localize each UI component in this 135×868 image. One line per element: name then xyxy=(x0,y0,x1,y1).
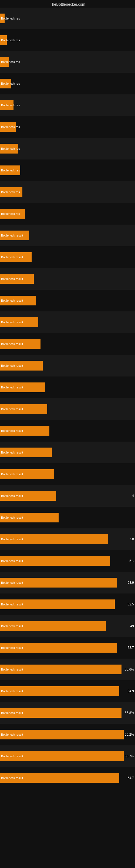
bar-row: Bottleneck result53.9 xyxy=(0,572,135,593)
bar-value: 53.7 xyxy=(128,646,134,650)
bar-label: Bottleneck result xyxy=(0,581,30,584)
bar-row: Bottleneck result xyxy=(0,225,135,246)
bar-label: Bottleneck result xyxy=(0,776,30,780)
bar-label: Bottleneck result xyxy=(0,386,30,389)
site-title: TheBottlenecker.com xyxy=(0,0,135,8)
bar-row: Bottleneck result xyxy=(0,290,135,311)
bar-row: Bottleneck res xyxy=(0,94,135,116)
bar-label: Bottleneck result xyxy=(0,516,30,519)
bar-value: 4 xyxy=(132,494,134,498)
bar-label: Bottleneck result xyxy=(0,277,30,280)
bar-label: Bottleneck result xyxy=(0,711,30,714)
bar-label: Bottleneck res xyxy=(0,125,30,129)
bar-label: Bottleneck res xyxy=(0,82,30,85)
bar-label: Bottleneck result xyxy=(0,364,30,367)
bar-label: Bottleneck result xyxy=(0,603,30,606)
bar-row: Bottleneck result52.5 xyxy=(0,593,135,615)
bar-row: Bottleneck result53.7 xyxy=(0,637,135,659)
bar-row: Bottleneck result4 xyxy=(0,485,135,507)
bar-value: 54.7 xyxy=(128,776,134,780)
bar-row: Bottleneck res xyxy=(0,8,135,29)
bar-label: Bottleneck result xyxy=(0,234,30,237)
bar-row: Bottleneck result54.9 xyxy=(0,680,135,702)
bar-label: Bottleneck result xyxy=(0,451,30,454)
bar-row: Bottleneck result xyxy=(0,420,135,442)
bar-row: Bottleneck result xyxy=(0,355,135,376)
bar-row: Bottleneck result xyxy=(0,398,135,420)
bar-row: Bottleneck res xyxy=(0,29,135,51)
bar-row: Bottleneck result55.8% xyxy=(0,702,135,724)
bar-value: 50 xyxy=(130,537,134,541)
bar-label: Bottleneck result xyxy=(0,321,30,324)
bar-row: Bottleneck result xyxy=(0,311,135,333)
bar-label: Bottleneck result xyxy=(0,299,30,302)
bar-row: Bottleneck result xyxy=(0,376,135,398)
bar-row: Bottleneck res xyxy=(0,116,135,138)
bar-label: Bottleneck result xyxy=(0,429,30,432)
bar-row: Bottleneck res xyxy=(0,51,135,73)
bar-value: 49 xyxy=(130,624,134,628)
bar-row: Bottleneck result xyxy=(0,463,135,485)
bar-label: Bottleneck result xyxy=(0,668,30,671)
bar-value: 55.8% xyxy=(125,711,134,715)
bar-row: Bottleneck result50 xyxy=(0,528,135,550)
bar-label: Bottleneck result xyxy=(0,342,30,346)
bar-label: Bottleneck result xyxy=(0,255,30,259)
bar-label: Bottleneck res xyxy=(0,60,30,63)
bar-label: Bottleneck res xyxy=(0,212,30,215)
bar-label: Bottleneck result xyxy=(0,755,30,758)
bar-row: Bottleneck result xyxy=(0,333,135,355)
bar-label: Bottleneck result xyxy=(0,689,30,693)
bar-label: Bottleneck res xyxy=(0,104,30,107)
bar-label: Bottleneck res xyxy=(0,38,30,42)
bar-label: Bottleneck res xyxy=(0,169,30,172)
bar-value: 55.6% xyxy=(125,668,134,671)
bar-label: Bottleneck result xyxy=(0,472,30,476)
bar-row: Bottleneck res xyxy=(0,203,135,225)
bar-row: Bottleneck result xyxy=(0,507,135,528)
bar-row: Bottleneck result49 xyxy=(0,615,135,637)
chart-container: Bottleneck resBottleneck resBottleneck r… xyxy=(0,8,135,789)
bar-row: Bottleneck result56.7% xyxy=(0,745,135,767)
bar-label: Bottleneck result xyxy=(0,646,30,649)
bar-row: Bottleneck result56.2% xyxy=(0,724,135,745)
bar-row: Bottleneck result54.7 xyxy=(0,767,135,789)
bar-row: Bottleneck res xyxy=(0,159,135,181)
bar-label: Bottleneck result xyxy=(0,494,30,497)
bar-row: Bottleneck result xyxy=(0,246,135,268)
bar-row: Bottleneck res xyxy=(0,138,135,159)
bar-value: 56.7% xyxy=(125,754,134,758)
bar-label: Bottleneck result xyxy=(0,559,30,563)
bar-row: Bottleneck result xyxy=(0,268,135,290)
bar-value: 53.9 xyxy=(128,581,134,585)
bar-row: Bottleneck result55.6% xyxy=(0,659,135,680)
bar-value: 51. xyxy=(129,559,134,563)
bar-value: 56.2% xyxy=(125,733,134,737)
bar-label: Bottleneck result xyxy=(0,733,30,736)
bar-row: Bottleneck res xyxy=(0,181,135,203)
bar-value: 52.5 xyxy=(128,602,134,606)
bar-row: Bottleneck result51. xyxy=(0,550,135,572)
bar-label: Bottleneck res xyxy=(0,147,30,150)
bar-label: Bottleneck res xyxy=(0,17,30,20)
bar-row: Bottleneck result xyxy=(0,442,135,463)
bar-label: Bottleneck result xyxy=(0,538,30,541)
bar-value: 54.9 xyxy=(128,689,134,693)
bar-label: Bottleneck result xyxy=(0,407,30,411)
bar-label: Bottleneck result xyxy=(0,624,30,628)
bar-row: Bottleneck res xyxy=(0,73,135,94)
bar-label: Bottleneck res xyxy=(0,190,30,194)
